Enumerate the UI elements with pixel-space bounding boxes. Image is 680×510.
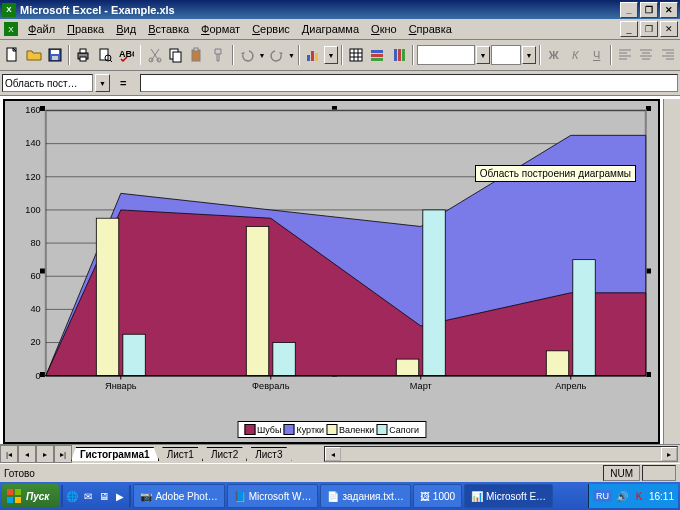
close-button[interactable]: ✕ [660,2,678,18]
menu-edit[interactable]: Правка [61,21,110,37]
chart-wizard-button[interactable] [303,44,323,67]
start-button[interactable]: Пуск [2,484,59,508]
svg-point-12 [157,58,161,62]
workbook-icon[interactable]: X [4,22,18,36]
language-indicator[interactable]: RU [593,490,612,502]
formula-input[interactable] [140,74,678,92]
svg-rect-14 [173,52,181,62]
start-label: Пуск [26,491,49,502]
menu-file[interactable]: Файл [22,21,61,37]
menu-tools[interactable]: Сервис [246,21,296,37]
svg-rect-7 [100,49,108,60]
scroll-left-button[interactable]: ◂ [325,447,341,461]
quicklaunch-icon[interactable]: ▶ [113,489,127,503]
svg-rect-69 [7,489,13,495]
sheet-tab[interactable]: Лист1 [158,447,203,461]
scroll-right-button[interactable]: ▸ [661,447,677,461]
spellcheck-button[interactable]: ABC [116,44,136,67]
tray-icon[interactable]: 🔊 [615,489,629,503]
taskbar-item[interactable]: 🖼1000 [413,484,462,508]
by-row-button[interactable] [367,44,387,67]
doc-minimize-button[interactable]: _ [620,21,638,37]
quicklaunch-icon[interactable]: 🌐 [65,489,79,503]
font-dropdown[interactable]: ▼ [476,46,489,64]
paste-button[interactable] [187,44,207,67]
chart-sheet[interactable]: 020406080100120140160ЯнварьФевральМартАп… [3,99,660,444]
tab-nav-last[interactable]: ▸| [54,445,72,463]
quicklaunch-icon[interactable]: ✉ [81,489,95,503]
svg-rect-2 [51,50,59,54]
by-column-button[interactable] [388,44,408,67]
svg-text:Январь: Январь [105,381,137,391]
chart-type-dropdown[interactable]: ▼ [324,46,337,64]
name-box[interactable]: Область пост… [2,74,93,92]
chart-legend[interactable]: Шубы Куртки Валенки Сапоги [237,421,426,438]
align-center-button[interactable] [636,44,656,67]
data-table-button[interactable] [346,44,366,67]
tray-icon[interactable]: K [632,489,646,503]
fontsize-dropdown[interactable]: ▼ [522,46,535,64]
menubar: X Файл Правка Вид Вставка Формат Сервис … [0,19,680,40]
italic-button[interactable]: К [565,44,585,67]
svg-text:Апрель: Апрель [555,381,587,391]
sheet-tab-bar: |◂ ◂ ▸ ▸| Гистограмма1 Лист1 Лист2 Лист3… [0,444,680,463]
app-title: Microsoft Excel - Example.xls [20,4,618,16]
sheet-tab-active[interactable]: Гистограмма1 [71,447,159,461]
legend-label: Шубы [257,425,281,435]
system-tray: RU 🔊 K 16:11 [588,484,678,508]
horizontal-scrollbar[interactable]: ◂ ▸ [324,446,678,462]
menu-chart[interactable]: Диаграмма [296,21,365,37]
legend-label: Сапоги [389,425,419,435]
bold-button[interactable]: Ж [544,44,564,67]
svg-text:20: 20 [30,338,40,348]
print-preview-button[interactable] [95,44,115,67]
namebox-dropdown[interactable]: ▼ [95,74,110,92]
minimize-button[interactable]: _ [620,2,638,18]
tab-nav-next[interactable]: ▸ [36,445,54,463]
menu-window[interactable]: Окно [365,21,403,37]
underline-button[interactable]: Ч [586,44,606,67]
standard-toolbar: ABC ▼ ▼ ▼ ▼ ▼ Ж К Ч [0,40,680,71]
align-left-button[interactable] [615,44,635,67]
vertical-scrollbar[interactable] [663,99,680,444]
quicklaunch-icon[interactable]: 🖥 [97,489,111,503]
app-window: X Microsoft Excel - Example.xls _ ❐ ✕ X … [0,0,680,510]
font-selector[interactable] [417,45,476,65]
titlebar: X Microsoft Excel - Example.xls _ ❐ ✕ [0,0,680,19]
chart-tooltip: Область построения диаграммы [475,165,636,182]
svg-rect-25 [371,50,383,53]
legend-label: Куртки [296,425,324,435]
taskbar-item-active[interactable]: 📊Microsoft E… [464,484,553,508]
menu-insert[interactable]: Вставка [142,21,195,37]
redo-button[interactable] [266,44,286,67]
menu-help[interactable]: Справка [403,21,458,37]
fontsize-selector[interactable] [491,45,522,65]
taskbar-item[interactable]: 📄задания.txt… [320,484,410,508]
windows-logo-icon [6,488,22,504]
sheet-tab[interactable]: Лист2 [202,447,247,461]
cut-button[interactable] [144,44,164,67]
menu-view[interactable]: Вид [110,21,142,37]
taskbar-item[interactable]: 📷Adobe Phot… [133,484,224,508]
copy-button[interactable] [166,44,186,67]
restore-button[interactable]: ❐ [640,2,658,18]
tab-nav-prev[interactable]: ◂ [18,445,36,463]
undo-button[interactable] [237,44,257,67]
tab-nav-first[interactable]: |◂ [0,445,18,463]
save-button[interactable] [45,44,65,67]
sheet-tab[interactable]: Лист3 [246,447,291,461]
doc-restore-button[interactable]: ❐ [640,21,658,37]
print-button[interactable] [73,44,93,67]
doc-close-button[interactable]: ✕ [660,21,678,37]
clock[interactable]: 16:11 [649,491,674,502]
undo-dropdown[interactable]: ▼ [258,52,265,59]
open-button[interactable] [23,44,43,67]
taskbar-item[interactable]: 📘Microsoft W… [227,484,319,508]
chart-plot[interactable]: 020406080100120140160ЯнварьФевральМартАп… [5,101,658,442]
redo-dropdown[interactable]: ▼ [288,52,295,59]
svg-rect-5 [80,49,86,53]
new-button[interactable] [2,44,22,67]
format-painter-button[interactable] [209,44,229,67]
menu-format[interactable]: Формат [195,21,246,37]
align-right-button[interactable] [658,44,678,67]
